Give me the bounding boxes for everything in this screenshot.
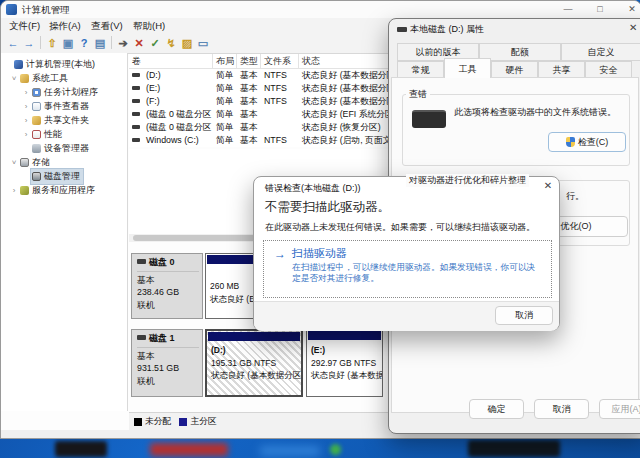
computer-icon xyxy=(14,60,23,69)
check-button[interactable]: 检查(C) xyxy=(548,132,626,152)
menu-file[interactable]: 文件(F) xyxy=(9,19,40,33)
action-icon[interactable]: ➔ xyxy=(115,35,131,51)
group-label-optimize: 对驱动器进行优化和碎片整理 xyxy=(406,174,529,187)
disk-name: 磁盘 0 xyxy=(149,256,175,269)
console-tree-icon[interactable]: ▤ xyxy=(92,35,108,51)
tree-item-label: 计算机管理(本地) xyxy=(26,58,95,71)
tab-sharing[interactable]: 共享 xyxy=(538,61,585,78)
delete-icon[interactable]: ✕ xyxy=(131,35,147,51)
disk1-partition-d[interactable]: (D:) 195.31 GB NTFS 状态良好 (基本数据分区) xyxy=(205,329,303,397)
error-checking-group xyxy=(402,94,630,166)
volume-layout: 简单 xyxy=(213,82,237,95)
disk-name: 磁盘 1 xyxy=(149,332,175,345)
ok-button[interactable]: 确定 xyxy=(469,399,524,419)
col-type[interactable]: 类型 xyxy=(237,54,261,68)
tree-item-shared-folders[interactable]: › 共享文件夹 xyxy=(21,114,92,127)
mark-icon[interactable]: ↯ xyxy=(163,35,179,51)
chevron-down-icon[interactable]: ˅ xyxy=(9,74,19,83)
chevron-right-icon[interactable]: › xyxy=(9,186,19,195)
folder-icon[interactable]: ▨ xyxy=(179,35,195,51)
cancel-button[interactable]: 取消 xyxy=(495,306,553,325)
volume-type: 基本 xyxy=(237,121,261,134)
shared-folders-icon xyxy=(32,116,41,125)
col-volume[interactable]: 卷 xyxy=(129,54,213,68)
window-title: 计算机管理 xyxy=(22,4,70,17)
tab-general[interactable]: 常规 xyxy=(397,61,444,78)
tab-quota[interactable]: 配额 xyxy=(479,43,561,61)
volume-fs xyxy=(261,108,299,121)
disk-size: 931.51 GB xyxy=(137,362,202,375)
chevron-right-icon[interactable]: › xyxy=(21,88,31,97)
task-scheduler-icon xyxy=(32,88,41,97)
scan-drive-link[interactable]: 扫描驱动器 xyxy=(292,246,347,261)
tree-item-system-tools[interactable]: ˅ 系统工具 xyxy=(9,72,71,85)
screen-icon[interactable]: ▭ xyxy=(195,35,211,51)
tab-tools[interactable]: 工具 xyxy=(444,58,491,78)
forward-icon[interactable]: → xyxy=(21,35,37,51)
help-icon[interactable]: ? xyxy=(76,35,92,51)
volume-icon xyxy=(132,138,140,142)
tree-item-storage[interactable]: ˅ 存储 xyxy=(9,156,53,169)
group-label-error-checking: 查错 xyxy=(406,88,430,101)
up-level-icon[interactable]: ⇧ xyxy=(44,35,60,51)
close-icon[interactable]: ✕ xyxy=(629,22,637,33)
back-icon[interactable]: ← xyxy=(5,35,21,51)
chevron-right-icon[interactable]: › xyxy=(21,116,31,125)
drive-icon xyxy=(412,110,446,128)
partition-size: 195.31 GB NTFS xyxy=(207,357,301,370)
volume-icon xyxy=(132,125,140,129)
volume-type: 基本 xyxy=(237,108,261,121)
volume-name: (F:) xyxy=(143,95,160,106)
menu-action[interactable]: 操作(A) xyxy=(49,19,81,33)
close-button[interactable]: ✕ xyxy=(617,2,640,17)
uac-shield-icon xyxy=(566,137,575,147)
close-icon[interactable]: ✕ xyxy=(540,180,556,191)
partition-status: 状态良好 (基本数据分区) xyxy=(307,369,382,382)
tree-item-computer-management[interactable]: 计算机管理(本地) xyxy=(3,58,98,71)
disk-icon xyxy=(137,335,146,340)
app-icon xyxy=(6,4,17,15)
disk1-partition-e[interactable]: (E:) 292.97 GB NTFS 状态良好 (基本数据分区) xyxy=(306,329,383,397)
volume-layout: 简单 xyxy=(213,108,237,121)
title-bar: 计算机管理 — □ ✕ xyxy=(1,1,640,18)
col-filesystem[interactable]: 文件系统 xyxy=(261,54,299,68)
volume-name: Windows (C:) xyxy=(143,134,199,145)
tree-item-device-manager[interactable]: 设备管理器 xyxy=(21,142,92,155)
partition-name: (D:) xyxy=(207,344,301,357)
disk1-info[interactable]: 磁盘 1 基本 931.51 GB 联机 xyxy=(131,329,203,397)
tree-item-task-scheduler[interactable]: › 任务计划程序 xyxy=(21,86,101,99)
tree-item-label: 存储 xyxy=(32,156,50,169)
apply-button[interactable]: 应用(A) xyxy=(599,399,640,419)
error-checking-text: 此选项将检查驱动器中的文件系统错误。 xyxy=(454,106,624,119)
tab-security[interactable]: 安全 xyxy=(585,61,632,78)
maximize-button[interactable]: □ xyxy=(585,2,615,17)
chevron-right-icon[interactable]: › xyxy=(21,102,31,111)
volume-type: 基本 xyxy=(237,134,261,147)
tab-hardware[interactable]: 硬件 xyxy=(491,61,538,78)
error-checking-dialog: 错误检查(本地磁盘 (D:)) ✕ 不需要扫描此驱动器。 在此驱动器上未发现任何… xyxy=(253,176,560,331)
check-doc-icon[interactable]: ✓ xyxy=(147,35,163,51)
services-icon xyxy=(20,186,29,195)
volume-icon xyxy=(132,73,140,77)
minimize-button[interactable]: — xyxy=(553,2,583,17)
system-tools-icon xyxy=(20,74,29,83)
tab-customize[interactable]: 自定义 xyxy=(561,43,640,61)
tree-item-performance[interactable]: › 性能 xyxy=(21,128,65,141)
error-dialog-body: 在此驱动器上未发现任何错误。如果需要，可以继续扫描该驱动器。 xyxy=(265,221,535,234)
chevron-right-icon[interactable]: › xyxy=(21,130,31,139)
desktop-shape xyxy=(330,444,341,455)
disk0-info[interactable]: 磁盘 0 基本 238.46 GB 联机 xyxy=(131,253,203,319)
disk-state: 联机 xyxy=(137,299,202,312)
chevron-down-icon[interactable]: ˅ xyxy=(9,158,19,167)
cancel-button[interactable]: 取消 xyxy=(534,399,589,419)
partition-size: 292.97 GB NTFS xyxy=(307,357,382,370)
menu-help[interactable]: 帮助(H) xyxy=(133,19,165,33)
tree-item-label: 系统工具 xyxy=(32,72,68,85)
col-layout[interactable]: 布局 xyxy=(213,54,237,68)
tree-item-disk-management[interactable]: 磁盘管理 xyxy=(21,170,83,183)
console-icon[interactable]: ▣ xyxy=(60,35,76,51)
scan-drive-command[interactable]: → 扫描驱动器 在扫描过程中，可以继续使用驱动器。如果发现错误，你可以决定是否对… xyxy=(263,240,552,298)
menu-view[interactable]: 查看(V) xyxy=(91,19,123,33)
tree-item-services-applications[interactable]: › 服务和应用程序 xyxy=(9,184,98,197)
tree-item-event-viewer[interactable]: › 事件查看器 xyxy=(21,100,92,113)
